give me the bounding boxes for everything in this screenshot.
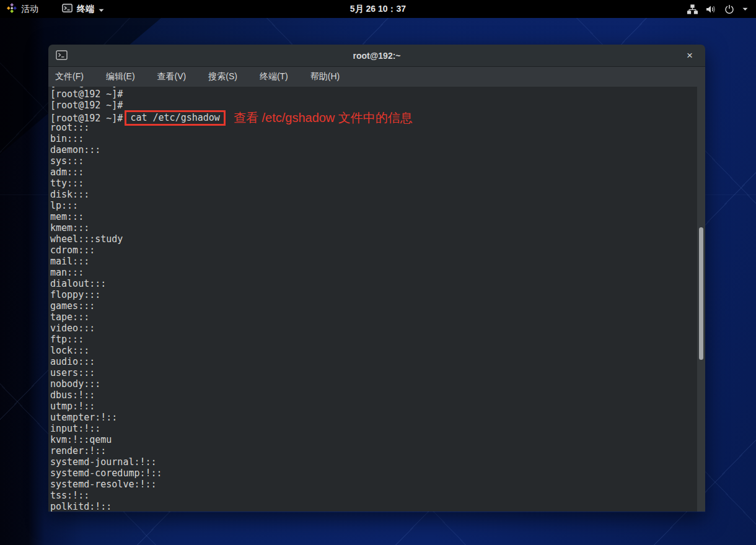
terminal-output-line: kvm:!::qemu (50, 434, 697, 445)
terminal-output-line: video::: (50, 323, 697, 334)
window-titlebar[interactable]: root@192:~ × (48, 45, 705, 67)
terminal-prompt-line: [root@192 ~]# (50, 89, 697, 100)
terminal-output-line: polkitd:!:: (50, 501, 697, 512)
terminal-prompt-line: [root@192 ~]# (50, 100, 697, 111)
chevron-down-icon (99, 4, 104, 14)
scrollbar-track[interactable] (697, 87, 705, 512)
command-highlight-box: cat /etc/gshadow (125, 110, 226, 126)
terminal-output-line: dialout::: (50, 278, 697, 289)
app-menu-button[interactable]: 终端 (55, 0, 111, 18)
terminal-output-line: cdrom::: (50, 245, 697, 256)
scrollbar-thumb[interactable] (699, 227, 703, 360)
terminal-window: root@192:~ × 文件(F)编辑(E)查看(V)搜索(S)终端(T)帮助… (48, 45, 705, 512)
terminal-output-line: daemon::: (50, 144, 697, 155)
power-icon (724, 4, 734, 14)
terminal-content[interactable]: [root@192 ~]# [root@192 ~]# [root@192 ~]… (48, 87, 705, 512)
terminal-output-line: systemd-journal:!:: (50, 456, 697, 468)
terminal-output-line: sys::: (50, 155, 697, 167)
terminal-output-line: utempter:!:: (50, 412, 697, 423)
terminal-app-icon (62, 4, 73, 14)
terminal-output-line: nobody::: (50, 378, 697, 390)
terminal-output-line: disk::: (50, 189, 697, 200)
terminal-output-line: render:!:: (50, 445, 697, 456)
terminal-output-line: bin::: (50, 133, 697, 144)
terminal-output-line: mail::: (50, 256, 697, 267)
terminal-output-line: floppy::: (50, 289, 697, 300)
distro-logo-icon (7, 3, 17, 15)
terminal-output-line: wheel:::study (50, 233, 697, 245)
terminal-command-line: [root@192 ~]#cat /etc/gshadow查看 /etc/gsh… (50, 111, 697, 122)
terminal-output-line: users::: (50, 367, 697, 378)
menu-item[interactable]: 帮助(H) (310, 68, 340, 86)
menu-item[interactable]: 查看(V) (157, 68, 187, 86)
close-icon[interactable]: × (680, 45, 699, 66)
terminal-output-line: games::: (50, 300, 697, 312)
menu-bar: 文件(F)编辑(E)查看(V)搜索(S)终端(T)帮助(H) (48, 67, 705, 87)
terminal-output-line: systemd-resolve:!:: (50, 479, 697, 490)
terminal-output: root:::bin:::daemon:::sys:::adm:::tty:::… (50, 122, 697, 512)
window-title: root@192:~ (48, 51, 705, 61)
terminal-lines: [root@192 ~]# [root@192 ~]# [root@192 ~]… (50, 87, 697, 512)
terminal-output-line: systemd-coredump:!:: (50, 468, 697, 479)
terminal-output-line: audio::: (50, 356, 697, 367)
system-tray[interactable] (679, 0, 756, 18)
menu-item[interactable]: 编辑(E) (106, 68, 135, 86)
terminal-output-line: lp::: (50, 200, 697, 211)
terminal-output-line: man::: (50, 267, 697, 278)
terminal-output-line: tty::: (50, 178, 697, 189)
clock-label[interactable]: 5月 26 10：37 (350, 4, 406, 14)
volume-icon (706, 4, 716, 14)
terminal-output-line: ftp::: (50, 334, 697, 345)
terminal-output-line: utmp:!:: (50, 401, 697, 412)
terminal-output-line: tape::: (50, 312, 697, 323)
clock[interactable]: 5月 26 10：37 (0, 4, 756, 15)
activities-button[interactable]: 活动 (0, 0, 45, 18)
terminal-output-line: mem::: (50, 211, 697, 222)
caret-down-icon (742, 7, 748, 11)
menu-item[interactable]: 终端(T) (260, 68, 288, 86)
terminal-output-line: kmem::: (50, 222, 697, 233)
terminal-output-line: input:!:: (50, 423, 697, 434)
menu-item[interactable]: 文件(F) (55, 68, 84, 86)
menu-item[interactable]: 搜索(S) (208, 68, 237, 86)
desktop-wallpaper: root@192:~ × 文件(F)编辑(E)查看(V)搜索(S)终端(T)帮助… (0, 18, 756, 545)
terminal-output-line: adm::: (50, 167, 697, 178)
desktop-screen: 活动 终端 5月 26 10：37 (0, 0, 756, 545)
network-wired-icon (687, 4, 698, 14)
activities-label: 活动 (21, 4, 38, 15)
terminal-output-line: dbus:!:: (50, 390, 697, 401)
command-annotation: 查看 /etc/gshadow 文件中的信息 (234, 111, 413, 124)
app-menu-label: 终端 (77, 4, 94, 15)
top-bar: 活动 终端 5月 26 10：37 (0, 0, 756, 18)
terminal-output-line: lock::: (50, 345, 697, 356)
terminal-output-line: tss:!:: (50, 490, 697, 501)
